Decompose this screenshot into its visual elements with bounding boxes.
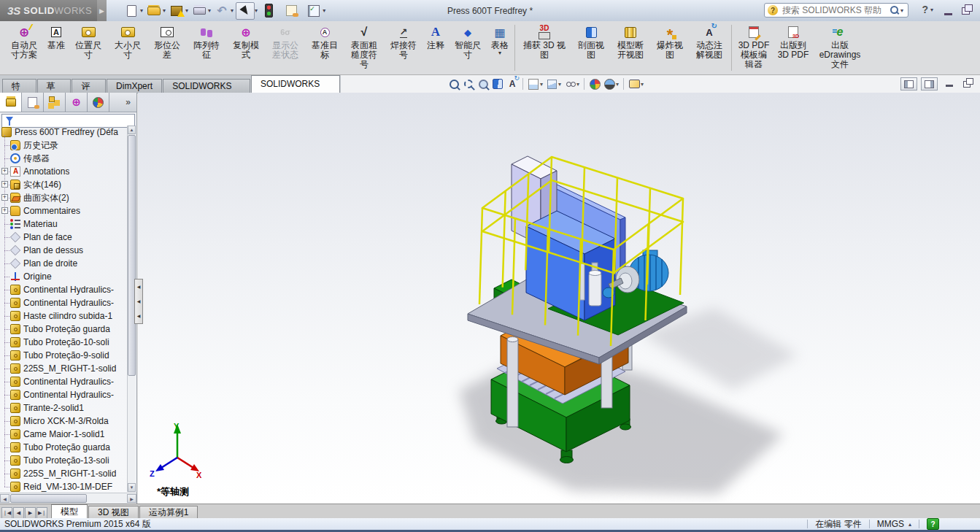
view-tool-icon[interactable] [461, 77, 476, 91]
tree-item[interactable]: + Tubo Proteção guarda [0, 441, 128, 454]
panel-splitter[interactable]: ◀◀◀ [134, 279, 143, 324]
tree-item[interactable]: + 曲面实体(2) [0, 191, 128, 204]
tree-item[interactable]: + Continental Hydraulics- [0, 388, 128, 401]
command-tab[interactable]: 评估 [72, 79, 106, 93]
ribbon-button[interactable]: 3D PDF 模板编辑器 ▾ [734, 21, 773, 69]
ribbon-button[interactable]: 自动尺寸方案 ▾ [4, 21, 44, 60]
scroll-left-icon[interactable]: ◀ [0, 494, 9, 503]
scrollbar-thumb[interactable] [10, 494, 87, 503]
menu-chevron-icon[interactable]: ▶ [97, 0, 107, 21]
view-tool-icon[interactable] [623, 78, 624, 90]
tree-item[interactable]: + Tubo Proteção guarda [0, 323, 128, 336]
scrollbar-thumb[interactable] [128, 135, 136, 376]
tree-item[interactable]: + Annotations [0, 165, 128, 178]
ribbon-button[interactable]: 动态注解视图 ▾ [690, 21, 729, 60]
view-tool-icon[interactable] [587, 77, 602, 91]
tree-item[interactable]: + Tubo Proteção-10-soli [0, 336, 128, 349]
view-tool-icon[interactable] [447, 77, 461, 91]
dropdown-caret-icon[interactable]: ▾ [231, 7, 234, 14]
view-tool-icon[interactable] [544, 77, 559, 91]
doc-restore-button[interactable] [960, 77, 976, 89]
scroll-right-icon[interactable]: ▶ [127, 494, 136, 503]
manager-tab-icon[interactable] [88, 93, 109, 112]
manager-tab-icon[interactable] [66, 93, 88, 112]
view-tool-icon[interactable] [526, 77, 541, 91]
tree-item[interactable]: + Commentaires [0, 204, 128, 217]
dropdown-caret-icon[interactable]: ▾ [140, 7, 143, 14]
restore-button[interactable] [960, 4, 974, 15]
ribbon-button[interactable]: 基准目标 ▾ [305, 21, 344, 60]
ribbon-button[interactable]: 复制模式 ▾ [226, 21, 266, 60]
search-caret-icon[interactable]: ▾ [900, 7, 903, 14]
ribbon-button[interactable]: 表格 ▾ [487, 21, 512, 56]
study-tab[interactable]: 运动算例1 [139, 506, 198, 519]
ribbon-button[interactable]: 捕获 3D 视图 ▾ [517, 21, 571, 60]
view-tool-icon[interactable] [602, 77, 617, 91]
ribbon-button[interactable]: 剖面视图 ▾ [571, 21, 611, 60]
dropdown-caret-icon[interactable]: ▾ [185, 7, 188, 14]
ribbon-button[interactable]: 智能尺寸 ▾ [448, 21, 487, 60]
search-icon[interactable] [890, 5, 899, 15]
status-help-button[interactable]: ? [927, 518, 939, 530]
dropdown-caret-icon[interactable]: ▾ [498, 50, 501, 56]
manager-tab-icon[interactable] [44, 93, 66, 112]
tree-item[interactable]: + Tubo Proteção-13-soli [0, 454, 128, 467]
ribbon-button[interactable]: 位置尺寸 ▾ [69, 21, 108, 60]
tree-item[interactable]: + Plan de droite [0, 257, 128, 270]
ribbon-button[interactable]: 形位公差 ▾ [147, 21, 187, 60]
pane-left-button[interactable] [900, 77, 917, 90]
tree-item[interactable]: + Tirante-2-solid1 [0, 401, 128, 415]
pane-right-button[interactable] [921, 77, 938, 90]
tree-root-item[interactable]: Press 600T Fredfrey (Défa [0, 126, 128, 139]
tree-horizontal-scrollbar[interactable]: ◀ ▶ [0, 493, 136, 504]
view-tool-icon[interactable] [476, 77, 490, 91]
quick-access-button[interactable] [123, 3, 140, 19]
view-tool-icon[interactable] [584, 78, 584, 90]
ribbon-button[interactable]: 显示公差状态 ▾ [266, 21, 305, 60]
view-tool-icon[interactable] [522, 78, 523, 90]
command-tab[interactable]: 草图 [37, 79, 72, 93]
graphics-viewport[interactable]: Y X Z *等轴测 [138, 93, 980, 504]
ribbon-button[interactable]: 爆炸视图 ▾ [650, 21, 690, 60]
expand-icon[interactable]: + [1, 207, 8, 214]
manager-tab-icon[interactable] [22, 93, 44, 112]
scroll-up-icon[interactable]: ▲ [128, 126, 136, 134]
units-selector[interactable]: MMGS ▴ [877, 519, 911, 529]
scroll-down-icon[interactable]: ▼ [128, 483, 136, 492]
tree-item[interactable]: + 传感器 [0, 152, 128, 165]
ribbon-button[interactable]: 大小尺寸 ▾ [108, 21, 147, 60]
search-input[interactable] [781, 4, 889, 16]
tree-item[interactable]: + Tubo Proteção-9-solid [0, 349, 128, 362]
tree-item[interactable]: + 历史记录 [0, 139, 128, 152]
tree-item[interactable]: + 225S_M_RIGHT-1-solid [0, 362, 128, 375]
ribbon-button[interactable]: 表面粗糙度符号 ▾ [344, 21, 384, 69]
tree-item[interactable]: + Origine [0, 270, 128, 283]
minimize-button[interactable] [941, 4, 955, 15]
view-tool-icon[interactable] [505, 77, 520, 91]
manager-tab-icon[interactable] [0, 93, 22, 112]
view-tool-icon[interactable] [627, 77, 641, 91]
tree-item[interactable]: + Continental Hydraulics- [0, 375, 128, 388]
tree-item[interactable]: + 225S_M_RIGHT-1-solid [0, 467, 128, 480]
ribbon-button[interactable]: 出版 eDrawings 文件 ▾ [813, 21, 867, 69]
doc-minimize-button[interactable] [941, 77, 957, 89]
study-tab[interactable]: 模型 [51, 504, 88, 519]
ribbon-button[interactable]: 注释 ▾ [423, 21, 448, 50]
help-button[interactable]: ?▾ [922, 4, 935, 15]
search-box[interactable]: ? ▾ [764, 3, 908, 18]
ribbon-button[interactable]: 出版到 3D PDF ▾ [773, 21, 813, 60]
study-tab[interactable]: 3D 视图 [88, 506, 139, 519]
expand-icon[interactable]: + [1, 194, 8, 201]
command-tab[interactable]: DimXpert [107, 79, 162, 93]
tree-item[interactable]: + Plan de face [0, 231, 128, 244]
quick-access-button[interactable] [168, 3, 185, 19]
ribbon-button[interactable]: 焊接符号 ▾ [384, 21, 423, 60]
dropdown-caret-icon[interactable]: ▾ [255, 7, 258, 14]
quick-access-button[interactable] [190, 3, 208, 19]
ribbon-button[interactable]: 模型断开视图 ▾ [611, 21, 650, 60]
tree-item[interactable]: + Materiau [0, 217, 128, 231]
tree-item[interactable]: + Micro XCK-M-3/Rolda [0, 415, 128, 428]
quick-access-button[interactable] [236, 2, 255, 20]
expand-icon[interactable]: + [1, 181, 8, 188]
view-tool-icon[interactable] [490, 77, 505, 91]
